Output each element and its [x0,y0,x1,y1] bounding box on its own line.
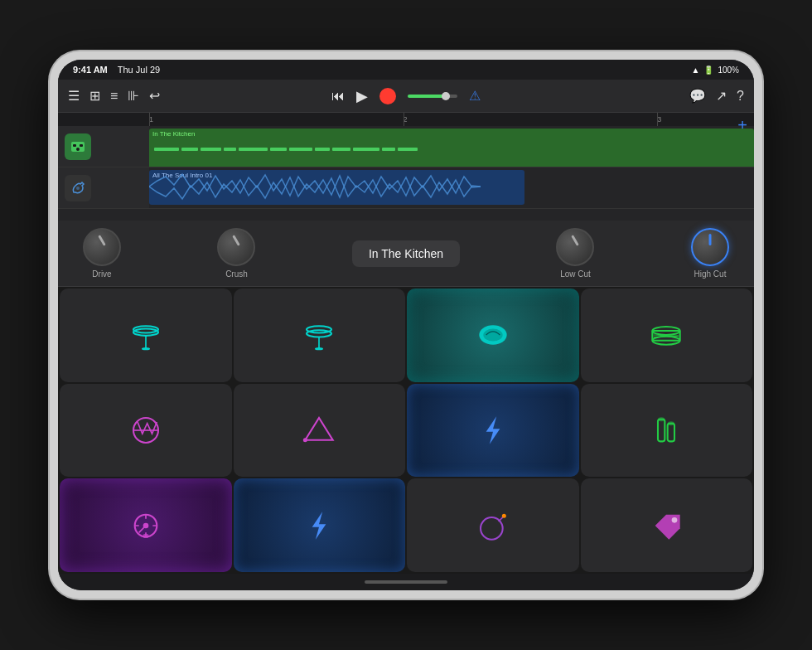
layers-icon[interactable]: ⊞ [89,88,100,104]
midi-note [289,148,312,151]
track-content-midi[interactable]: In The Kitchen [149,126,754,167]
status-bar: 9:41 AM Thu Jul 29 ▲ 🔋 100% [58,60,754,80]
midi-note [224,148,236,151]
wifi-icon: ▲ [692,65,700,75]
track-icon-midi [65,133,91,160]
blue-track: All The Soul Intro 01 [149,170,524,205]
spinner-icon [125,505,167,546]
high-cut-label: High Cut [694,269,727,279]
timeline-ruler: 1 2 3 + [58,113,754,126]
low-cut-knob[interactable] [556,228,594,266]
mixer-icon[interactable]: ≡ [110,89,118,104]
help-icon[interactable]: ? [737,89,744,104]
pad-4[interactable] [581,289,753,382]
svg-point-22 [303,438,307,442]
svg-rect-25 [668,424,674,442]
svg-rect-33 [143,534,148,538]
drive-knob[interactable] [83,228,121,266]
low-cut-label: Low Cut [560,269,591,279]
device-screen: 9:41 AM Thu Jul 29 ▲ 🔋 100% ☰ ⊞ ≡ ⊪ ↩ ⏮ … [58,60,754,590]
low-cut-knob-group: Low Cut [556,228,594,279]
bomb-icon [472,505,514,546]
pad-5[interactable] [60,384,232,478]
tracks-icon[interactable]: ☰ [68,88,80,104]
pad-8[interactable] [581,384,753,478]
snare-icon [645,314,687,356]
tag-icon [645,505,687,546]
hihat2-icon [298,314,340,356]
drum-machine-icon [70,138,86,155]
message-icon[interactable]: 💬 [689,88,706,104]
tracks-container: In The Kitchen [58,126,754,221]
pad-6[interactable] [234,384,406,478]
pad-9[interactable] [60,478,232,572]
svg-rect-2 [80,144,83,147]
preset-name-box[interactable]: In The Kitchen [352,240,460,267]
status-date: Thu Jul 29 [118,65,160,75]
svg-point-3 [76,148,80,151]
crush-knob[interactable] [217,228,255,266]
track-header-audio [58,167,149,208]
midi-note [154,148,179,151]
high-cut-knob-group: High Cut [691,228,729,279]
svg-point-37 [672,517,678,523]
svg-point-4 [76,187,80,190]
svg-point-8 [142,347,150,350]
midi-note [398,148,418,151]
pad-11[interactable] [407,478,579,572]
toolbar: ☰ ⊞ ≡ ⊪ ↩ ⏮ ▶ ⚠ 💬 ↗ ? [58,80,754,113]
track-content-audio[interactable]: All The Soul Intro 01 [149,167,754,208]
share-icon[interactable]: ↗ [716,88,727,104]
timeline-area: 1 2 3 + [58,113,754,221]
home-indicator [58,574,754,590]
svg-rect-1 [73,144,76,147]
pad-12[interactable] [581,478,753,572]
pad-10[interactable] [234,478,406,572]
track-row-audio: All The Soul Intro 01 [58,167,754,209]
drive-label: Drive [92,269,111,279]
rewind-btn[interactable]: ⏮ [331,89,345,104]
midi-note [353,148,379,151]
pad-1[interactable] [60,289,232,382]
high-cut-knob[interactable] [691,228,729,266]
svg-point-12 [315,347,323,350]
midi-notes [149,137,754,162]
midi-note [181,148,198,151]
play-btn[interactable]: ▶ [356,87,368,105]
pad-7[interactable] [407,384,579,478]
home-bar [365,580,447,584]
pad-2[interactable] [234,289,406,382]
svg-point-36 [502,513,506,517]
svg-point-26 [668,421,674,425]
battery-icon: 🔋 [703,65,713,75]
scratcher-icon [125,410,167,451]
cowbell-icon [472,314,514,356]
svg-rect-23 [658,420,665,442]
midi-note [332,148,350,151]
lightning2-icon [298,505,340,546]
pad-3[interactable] [407,289,579,382]
drive-knob-group: Drive [83,228,121,279]
record-btn[interactable] [379,88,396,104]
midi-note [239,148,268,151]
controls-section: Drive Crush In The Kitchen Low Cut High … [58,221,754,287]
guitar-icon [69,179,87,197]
battery-percent: 100% [718,65,739,75]
track-row-midi: In The Kitchen [58,126,754,167]
midi-note [315,148,330,151]
status-time: 9:41 AM [73,65,108,75]
volume-slider[interactable] [408,95,457,98]
track-icon-audio [65,175,91,201]
hihat-icon [125,314,167,356]
conga-icon [645,410,687,451]
green-track: In The Kitchen [149,129,754,167]
device-frame: 9:41 AM Thu Jul 29 ▲ 🔋 100% ☰ ⊞ ≡ ⊪ ↩ ⏮ … [50,51,762,599]
pads-grid [58,287,754,574]
eq-icon[interactable]: ⊪ [128,88,139,104]
waveform [149,172,481,201]
track-header-midi [58,126,149,167]
midi-note [201,148,221,151]
crush-label: Crush [225,269,248,279]
undo-btn[interactable]: ↩ [149,88,160,104]
alert-icon[interactable]: ⚠ [469,88,481,104]
